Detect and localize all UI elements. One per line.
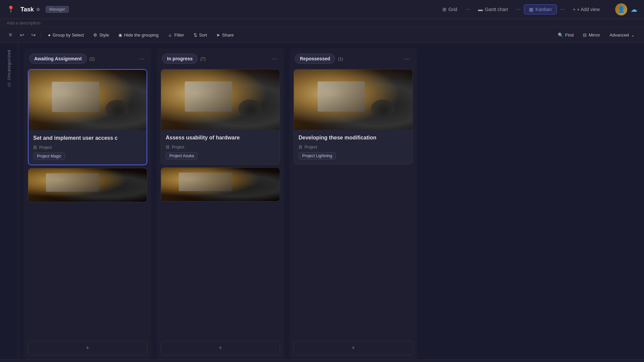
- group-by-label: Group by Select: [53, 33, 84, 38]
- divider-1: [41, 32, 41, 38]
- card-repossessed-1-title: Developing these modification: [299, 134, 408, 141]
- repossessed-menu-btn[interactable]: ⋯: [403, 54, 412, 64]
- column-header-awaiting: Awaiting Assignment (2) ⋯: [24, 48, 151, 69]
- card-inprogress-1-project-tag: Project Asuka: [166, 152, 198, 160]
- sidebar-category-label: Uncategorized: [7, 50, 11, 80]
- style-label: Style: [99, 33, 109, 38]
- main-layout: Uncategorized (0) Awaiting Assignment (2…: [0, 43, 644, 362]
- card-inprogress-1[interactable]: Assess usability of hardware ⛓ Project P…: [161, 69, 280, 165]
- card-repossessed-1-meta: ⛓ Project: [299, 145, 408, 149]
- card-awaiting-1[interactable]: Set and implement user access c ⛓ Projec…: [28, 69, 147, 165]
- awaiting-title-badge: Awaiting Assignment: [29, 54, 87, 64]
- plus-icon: +: [573, 7, 576, 12]
- circle-icon: ●: [48, 33, 51, 38]
- add-card-repossessed-btn[interactable]: +: [293, 341, 413, 355]
- card-inprogress-2-image: [161, 168, 280, 201]
- subtitle[interactable]: Add a description: [0, 19, 644, 27]
- card-repossessed-1[interactable]: Developing these modification ⛓ Project …: [293, 69, 413, 165]
- description-text: Add a description: [7, 20, 40, 25]
- view-tabs: ⊞ Grid ⋯ ▬ Gantt chart ⋯ ▦ Kanban ⋯ + + …: [438, 4, 604, 14]
- tab-grid-label: Grid: [448, 7, 457, 12]
- group-by-btn[interactable]: ● Group by Select: [44, 31, 88, 40]
- sort-btn[interactable]: ⇅ Sort: [190, 31, 211, 40]
- filter-btn[interactable]: ⫝ Filter: [164, 31, 188, 40]
- card-awaiting-1-project-label: Project: [39, 145, 52, 150]
- card-inprogress-1-body: Assess usability of hardware ⛓ Project P…: [161, 130, 280, 164]
- plus-icon-inprogress: +: [219, 345, 222, 352]
- chevron-down-icon: ⌄: [631, 33, 635, 38]
- kanban-icon: ▦: [529, 7, 533, 12]
- hide-grouping-btn[interactable]: ◉ Hide the grouping: [114, 31, 163, 40]
- sort-label: Sort: [199, 33, 207, 38]
- add-card-inprogress-btn[interactable]: +: [161, 341, 280, 355]
- inprogress-menu-btn[interactable]: ⋯: [270, 54, 279, 64]
- repossessed-cards: Developing these modification ⛓ Project …: [289, 69, 417, 338]
- gantt-icon: ▬: [478, 7, 483, 12]
- add-card-awaiting-btn[interactable]: +: [28, 341, 147, 355]
- tab-grid[interactable]: ⊞ Grid: [438, 5, 462, 14]
- card-awaiting-1-body: Set and implement user access c ⛓ Projec…: [29, 130, 147, 165]
- card-awaiting-1-image: [29, 70, 147, 130]
- card-awaiting-2-image: [28, 168, 147, 202]
- column-header-inprogress: In progress (7) ⋯: [157, 48, 284, 69]
- redo-btn[interactable]: ↪: [28, 30, 38, 40]
- nav-menu-btn[interactable]: ≡: [5, 30, 15, 40]
- find-label: Find: [565, 33, 574, 38]
- card-repossessed-1-project-label: Project: [305, 145, 317, 149]
- bottom-scrollbar[interactable]: [0, 359, 644, 362]
- toolbar-left: ≡ ↩ ↪ ● Group by Select ⚙ Style ◉ Hide t…: [5, 30, 238, 40]
- tab-gantt[interactable]: ▬ Gantt chart: [473, 5, 513, 14]
- top-bar-right: 👤 ☁: [615, 3, 637, 15]
- undo-btn[interactable]: ↩: [17, 30, 27, 40]
- toolbar: ≡ ↩ ↪ ● Group by Select ⚙ Style ◉ Hide t…: [0, 27, 644, 43]
- kanban-container: Awaiting Assignment (2) ⋯ Set and implem…: [18, 43, 644, 362]
- cloud-icon: ☁: [631, 5, 637, 13]
- awaiting-count: (2): [90, 56, 95, 61]
- star-icon[interactable]: ☆: [36, 7, 40, 12]
- manager-badge: Manager: [46, 6, 69, 13]
- inprogress-count: (7): [200, 56, 206, 61]
- card-inprogress-1-title: Assess usability of hardware: [166, 134, 275, 141]
- link-icon: ⛓: [33, 145, 37, 150]
- share-icon: ➤: [216, 33, 220, 38]
- filter-label: Filter: [174, 33, 184, 38]
- mirror-btn[interactable]: ⊟ Mirror: [579, 31, 604, 40]
- link-icon-2: ⛓: [166, 145, 170, 149]
- app-icon: 📍: [7, 5, 15, 13]
- tab-kanban[interactable]: ▦ Kanban: [524, 4, 556, 14]
- task-title-text: Task: [20, 6, 34, 13]
- sort-icon: ⇅: [194, 33, 197, 38]
- add-view-button[interactable]: + + Add view: [568, 5, 604, 14]
- card-awaiting-1-meta: ⛓ Project: [33, 145, 142, 150]
- grid-menu-btn[interactable]: ⋯: [463, 5, 472, 13]
- column-header-repossessed: Repossessed (1) ⋯: [289, 48, 417, 69]
- filter-icon: ⫝: [168, 33, 172, 38]
- hide-grouping-label: Hide the grouping: [124, 33, 159, 38]
- sidebar-count: (0): [7, 82, 11, 87]
- advanced-label: Advanced: [609, 33, 629, 38]
- column-inprogress: In progress (7) ⋯ Assess usability of ha…: [157, 48, 284, 359]
- advanced-btn[interactable]: Advanced ⌄: [605, 31, 639, 40]
- card-awaiting-2-partial[interactable]: [28, 168, 147, 202]
- kanban-menu-btn[interactable]: ⋯: [558, 5, 567, 13]
- style-btn[interactable]: ⚙ Style: [89, 31, 113, 40]
- mirror-label: Mirror: [589, 33, 600, 38]
- column-repossessed: Repossessed (1) ⋯ Developing these modif…: [289, 48, 417, 359]
- gantt-menu-btn[interactable]: ⋯: [514, 5, 523, 13]
- task-title-group: Task ☆: [20, 6, 40, 13]
- avatar[interactable]: 👤: [615, 3, 627, 15]
- left-sidebar: Uncategorized (0): [0, 43, 18, 362]
- card-inprogress-1-meta: ⛓ Project: [166, 145, 275, 149]
- gear-icon: ⚙: [93, 33, 97, 38]
- card-inprogress-1-image: [161, 69, 280, 130]
- inprogress-title-badge: In progress: [162, 54, 198, 64]
- inprogress-cards: Assess usability of hardware ⛓ Project P…: [157, 69, 284, 338]
- plus-icon-awaiting: +: [86, 345, 90, 352]
- card-repossessed-1-project-tag: Project Lightning: [299, 152, 336, 160]
- find-btn[interactable]: 🔍 Find: [554, 31, 578, 40]
- card-inprogress-2-partial[interactable]: [161, 167, 280, 201]
- grid-icon: ⊞: [442, 7, 446, 12]
- share-btn[interactable]: ➤ Share: [212, 31, 238, 40]
- eye-icon: ◉: [118, 33, 122, 38]
- awaiting-menu-btn[interactable]: ⋯: [137, 54, 146, 64]
